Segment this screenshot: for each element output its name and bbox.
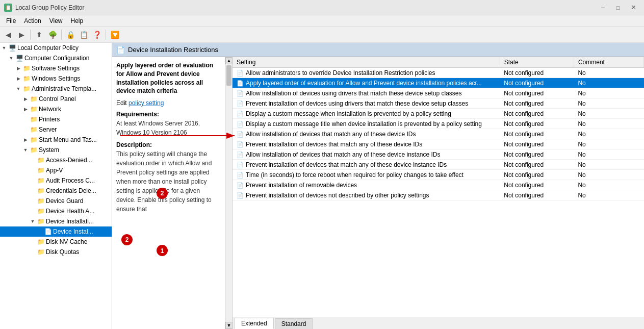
sidebar-item-admin-templates[interactable]: ▼📁Administrative Templa... <box>0 84 112 94</box>
table-row[interactable]: 📄Prevent installation of removable devic… <box>233 180 644 190</box>
sidebar-item-device-install-rest[interactable]: 📄Device Instal... <box>0 226 112 237</box>
desc-title: Apply layered order of evaluation for Al… <box>116 61 221 95</box>
sidebar-item-app-v[interactable]: 📁App-V <box>0 165 112 175</box>
sidebar-item-server[interactable]: 📁Server <box>0 124 112 135</box>
sidebar-item-device-installation[interactable]: ▼📁Device Installati... <box>0 216 112 226</box>
table-row[interactable]: 📄Display a custom message when installat… <box>233 109 644 119</box>
sidebar-item-audit-process[interactable]: 📁Audit Process C... <box>0 175 112 186</box>
cell-comment-11: No <box>574 180 643 190</box>
sidebar-item-disk-quotas[interactable]: 📁Disk Quotas <box>0 247 112 257</box>
tree-label-app-v: App-V <box>46 167 63 174</box>
panel-header-title: Device Installation Restrictions <box>128 46 218 54</box>
scroll-down-arrow[interactable]: ▼ <box>225 322 233 329</box>
desc-scrollbar[interactable]: ▲ ▼ <box>225 57 232 329</box>
sidebar-item-windows-settings[interactable]: ▶📁Windows Settings <box>0 73 112 84</box>
cell-comment-7: No <box>574 139 643 149</box>
menu-action[interactable]: Action <box>20 16 45 26</box>
table-row[interactable]: 📄Time (in seconds) to force reboot when … <box>233 170 644 180</box>
tab-standard[interactable]: Standard <box>275 318 313 329</box>
scroll-track <box>225 64 232 322</box>
tab-extended[interactable]: Extended <box>235 318 274 329</box>
table-row[interactable]: 📄Apply layered order of evaluation for A… <box>233 78 644 88</box>
tree-expand-software-settings[interactable]: ▶ <box>14 66 22 71</box>
sidebar-item-computer-configuration[interactable]: ▼🖥️Computer Configuration <box>0 53 112 63</box>
row-icon-10: 📄 <box>237 172 244 178</box>
tree-expand-control-panel[interactable]: ▶ <box>21 96 30 102</box>
sidebar-item-device-guard[interactable]: 📁Device Guard <box>0 196 112 206</box>
menu-file[interactable]: File <box>2 16 20 26</box>
new-window-button[interactable]: 🔒 <box>64 29 76 41</box>
tree-expand-computer-configuration[interactable]: ▼ <box>7 56 15 61</box>
row-icon-2: 📄 <box>237 90 244 96</box>
tree-expand-device-installation[interactable]: ▼ <box>29 219 37 224</box>
menu-help[interactable]: Help <box>67 16 88 26</box>
sidebar-item-system[interactable]: ▼📁System <box>0 145 112 155</box>
toolbar: ◀ ▶ ⬆ 🌳 🔒 📋 ❓ 🔽 <box>0 27 644 43</box>
tree-expand-start-menu[interactable]: ▶ <box>21 137 30 142</box>
help-button[interactable]: ❓ <box>91 29 103 41</box>
filter-button[interactable]: 🔽 <box>109 29 121 41</box>
policy-table: Setting State Comment 📄Allow administrat… <box>233 57 644 200</box>
table-row[interactable]: 📄Prevent installation of devices not des… <box>233 190 644 200</box>
menu-view[interactable]: View <box>45 16 67 26</box>
minimize-button[interactable]: ─ <box>596 3 609 12</box>
cell-comment-0: No <box>574 68 643 78</box>
requirements-text: At least Windows Server 2016, Windows 10… <box>116 119 221 137</box>
tree-expand-local-computer-policy[interactable]: ▼ <box>0 45 8 50</box>
tree-expand-windows-settings[interactable]: ▶ <box>14 76 22 81</box>
policy-setting-link[interactable]: policy setting <box>128 99 164 107</box>
title-bar: 📋 Local Group Policy Editor ─ □ ✕ <box>0 0 644 15</box>
tree-icon-start-menu: 📁 <box>30 136 38 143</box>
cell-setting-10: 📄Time (in seconds) to force reboot when … <box>233 170 500 180</box>
properties-button[interactable]: 📋 <box>78 29 90 41</box>
table-row[interactable]: 📄Prevent installation of devices that ma… <box>233 160 644 170</box>
cell-setting-12: 📄Prevent installation of devices not des… <box>233 190 500 200</box>
tree-icon-windows-settings: 📁 <box>22 75 31 82</box>
sidebar-item-disk-nv-cache[interactable]: 📁Disk NV Cache <box>0 237 112 247</box>
sidebar-item-local-computer-policy[interactable]: ▼🖥️Local Computer Policy <box>0 43 112 53</box>
maximize-button[interactable]: □ <box>611 3 625 12</box>
cell-state-10: Not configured <box>500 170 574 180</box>
cell-setting-9: 📄Prevent installation of devices that ma… <box>233 160 500 170</box>
table-row[interactable]: 📄Allow administrators to override Device… <box>233 68 644 78</box>
table-row[interactable]: 📄Allow installation of devices that matc… <box>233 129 644 139</box>
cell-state-11: Not configured <box>500 180 574 190</box>
scroll-up-arrow[interactable]: ▲ <box>225 57 233 64</box>
content-area: ▼🖥️Local Computer Policy▼🖥️Computer Conf… <box>0 43 644 329</box>
cell-state-2: Not configured <box>500 88 574 98</box>
table-row[interactable]: 📄Allow installation of devices that matc… <box>233 149 644 160</box>
sidebar-item-access-denied[interactable]: 📁Access-Denied... <box>0 155 112 165</box>
cell-state-1: Not configured <box>500 78 574 88</box>
cell-state-8: Not configured <box>500 149 574 160</box>
toolbar-separator-2 <box>61 30 62 40</box>
tree-expand-network[interactable]: ▶ <box>21 107 30 112</box>
cell-setting-1: 📄Apply layered order of evaluation for A… <box>233 78 500 88</box>
show-hide-tree-button[interactable]: 🌳 <box>46 29 59 41</box>
cell-setting-5: 📄Display a custom message title when dev… <box>233 119 500 129</box>
edit-label: Edit <box>116 99 128 107</box>
back-button[interactable]: ◀ <box>2 29 14 41</box>
title-bar-text: Local Group Policy Editor <box>15 4 84 11</box>
tree-label-start-menu: Start Menu and Tas... <box>39 136 97 143</box>
table-row[interactable]: 📄Display a custom message title when dev… <box>233 119 644 129</box>
tree-expand-system[interactable]: ▼ <box>21 147 30 153</box>
tree-expand-admin-templates[interactable]: ▼ <box>14 86 22 91</box>
tree-icon-disk-nv-cache: 📁 <box>37 238 45 245</box>
table-row[interactable]: 📄Prevent installation of devices that ma… <box>233 139 644 149</box>
cell-comment-6: No <box>574 129 643 139</box>
scroll-thumb[interactable] <box>226 65 231 86</box>
close-button[interactable]: ✕ <box>627 3 640 12</box>
sidebar-item-start-menu[interactable]: ▶📁Start Menu and Tas... <box>0 135 112 145</box>
table-row[interactable]: 📄Allow installation of devices using dri… <box>233 88 644 98</box>
sidebar-item-control-panel[interactable]: ▶📁Control Panel <box>0 94 112 104</box>
sidebar-item-software-settings[interactable]: ▶📁Software Settings <box>0 63 112 73</box>
sidebar-item-device-health[interactable]: 📁Device Health A... <box>0 206 112 216</box>
up-button[interactable]: ⬆ <box>33 29 45 41</box>
sidebar-item-credentials-dele[interactable]: 📁Credentials Dele... <box>0 186 112 196</box>
table-row[interactable]: 📄Prevent installation of devices using d… <box>233 98 644 109</box>
settings-pane: Setting State Comment 📄Allow administrat… <box>233 57 644 329</box>
tree-icon-control-panel: 📁 <box>30 95 38 103</box>
forward-button[interactable]: ▶ <box>15 29 28 41</box>
sidebar-item-printers[interactable]: 📁Printers <box>0 114 112 124</box>
sidebar-item-network[interactable]: ▶📁Network <box>0 104 112 114</box>
